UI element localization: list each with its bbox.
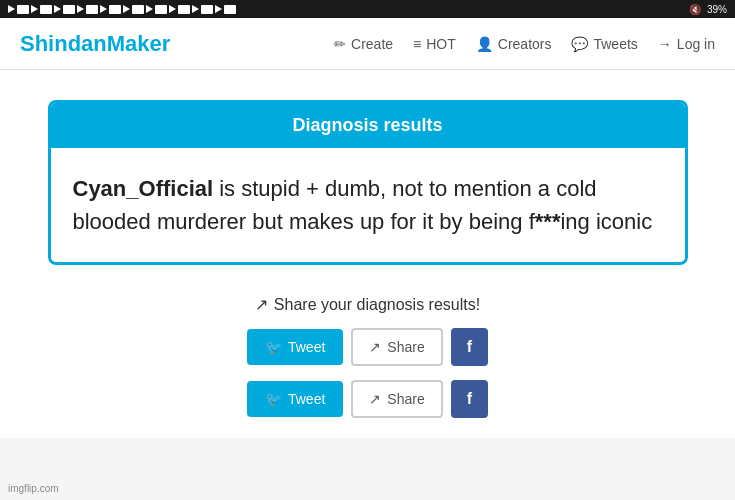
media-icon: [17, 5, 29, 14]
creators-icon: 👤: [476, 36, 493, 52]
diagnosis-card: Diagnosis results Cyan_Official is stupi…: [48, 100, 688, 265]
footer-watermark: imgflip.com: [8, 483, 59, 494]
share-label-icon: ↗: [255, 295, 268, 314]
diagnosis-header: Diagnosis results: [51, 103, 685, 148]
tweets-icon: 💬: [571, 36, 588, 52]
facebook-button-2[interactable]: f: [451, 380, 488, 418]
media-icon: [178, 5, 190, 14]
create-icon: ✏: [334, 36, 346, 52]
facebook-icon-2: f: [467, 390, 472, 407]
status-right: 🔇 39%: [689, 4, 727, 15]
login-icon: →: [658, 36, 672, 52]
share-button-1[interactable]: ↗ Share: [351, 328, 442, 366]
nav-login[interactable]: → Log in: [658, 36, 715, 52]
media-icon: [132, 5, 144, 14]
media-play-icon: [8, 5, 15, 13]
share-icon-1: ↗: [369, 339, 381, 355]
site-logo[interactable]: ShindanMaker: [20, 31, 170, 57]
nav-links: ✏ Create ≡ HOT 👤 Creators 💬 Tweets → Log…: [334, 36, 715, 52]
share-icon-2: ↗: [369, 391, 381, 407]
nav-creators[interactable]: 👤 Creators: [476, 36, 552, 52]
share-button-row-2: 🐦 Tweet ↗ Share f: [247, 380, 488, 418]
media-play-icon: [215, 5, 222, 13]
tweet-button-2[interactable]: 🐦 Tweet: [247, 381, 343, 417]
media-controls: [8, 5, 236, 14]
share-label-text: Share your diagnosis results!: [274, 296, 480, 314]
media-icon: [40, 5, 52, 14]
media-play-icon: [54, 5, 61, 13]
navbar: ShindanMaker ✏ Create ≡ HOT 👤 Creators 💬…: [0, 18, 735, 70]
media-play-icon: [77, 5, 84, 13]
media-play-icon: [146, 5, 153, 13]
media-play-icon: [192, 5, 199, 13]
diagnosis-body: Cyan_Official is stupid + dumb, not to m…: [51, 148, 685, 262]
tweet-icon-1: 🐦: [265, 339, 282, 355]
battery-level: 39%: [707, 4, 727, 15]
media-icon: [155, 5, 167, 14]
media-play-icon: [31, 5, 38, 13]
share-section: ↗ Share your diagnosis results! 🐦 Tweet …: [247, 295, 488, 418]
mute-icon: 🔇: [689, 4, 701, 15]
diagnosis-text-part2: ing iconic: [560, 209, 652, 234]
media-icon: [224, 5, 236, 14]
media-icon: [201, 5, 213, 14]
tweet-button-1[interactable]: 🐦 Tweet: [247, 329, 343, 365]
media-icon: [109, 5, 121, 14]
nav-hot[interactable]: ≡ HOT: [413, 36, 456, 52]
nav-tweets[interactable]: 💬 Tweets: [571, 36, 637, 52]
tweet-icon-2: 🐦: [265, 391, 282, 407]
media-play-icon: [100, 5, 107, 13]
media-play-icon: [169, 5, 176, 13]
share-button-2[interactable]: ↗ Share: [351, 380, 442, 418]
diagnosis-censored: ***: [535, 209, 561, 234]
status-bar: 🔇 39%: [0, 0, 735, 18]
media-icon: [86, 5, 98, 14]
media-icon-row: [8, 5, 236, 14]
facebook-icon-1: f: [467, 338, 472, 355]
diagnosis-username: Cyan_Official: [73, 176, 214, 201]
media-icon: [63, 5, 75, 14]
media-play-icon: [123, 5, 130, 13]
facebook-button-1[interactable]: f: [451, 328, 488, 366]
share-button-row-1: 🐦 Tweet ↗ Share f: [247, 328, 488, 366]
nav-create[interactable]: ✏ Create: [334, 36, 393, 52]
share-label: ↗ Share your diagnosis results!: [255, 295, 480, 314]
hot-icon: ≡: [413, 36, 421, 52]
main-content: Diagnosis results Cyan_Official is stupi…: [0, 70, 735, 438]
